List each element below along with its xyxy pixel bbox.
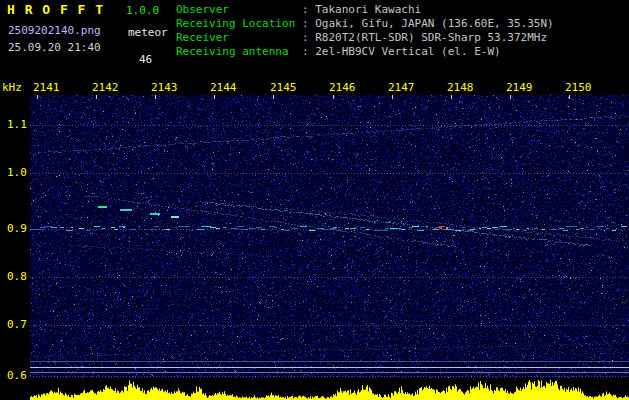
- info-value-antenna: : 2el-HB9CV Vertical (el. E-W): [302, 45, 501, 58]
- app-version: 1.0.0: [126, 4, 159, 17]
- time-label-2147: 2147: [388, 81, 415, 94]
- mode-label: meteor: [128, 26, 168, 39]
- info-row-location: Receiving Location: Ogaki, Gifu, JAPAN (…: [176, 17, 554, 31]
- info-label-antenna: Receiving antenna: [176, 45, 302, 59]
- freq-label-1-1: 1.1: [7, 118, 27, 131]
- time-label-2144: 2144: [210, 81, 237, 94]
- spectrogram-canvas: [30, 95, 629, 378]
- app-title: H R O F F T: [7, 2, 104, 17]
- time-label-2149: 2149: [506, 81, 533, 94]
- output-filename: 2509202140.png: [8, 24, 101, 37]
- time-label-2145: 2145: [270, 81, 297, 94]
- info-value-location: : Ogaki, Gifu, JAPAN (136.60E, 35.35N): [302, 17, 554, 30]
- freq-label-0-8: 0.8: [7, 270, 27, 283]
- datetime-label: 25.09.20 21:40: [8, 41, 101, 54]
- freq-label-0-7: 0.7: [7, 318, 27, 331]
- count-value: 46: [139, 53, 152, 66]
- info-value-observer: : Takanori Kawachi: [302, 3, 421, 16]
- freq-unit-label: kHz: [2, 81, 22, 94]
- info-label-observer: Observer: [176, 3, 302, 17]
- time-label-2150: 2150: [565, 81, 592, 94]
- info-label-receiver: Receiver: [176, 31, 302, 45]
- info-row-receiver: Receiver: R820T2(RTL-SDR) SDR-Sharp 53.3…: [176, 31, 554, 45]
- info-row-observer: Observer: Takanori Kawachi: [176, 3, 554, 17]
- time-label-2148: 2148: [447, 81, 474, 94]
- freq-label-0-6: 0.6: [7, 369, 27, 382]
- freq-label-1-0: 1.0: [7, 166, 27, 179]
- time-label-2142: 2142: [92, 81, 119, 94]
- time-label-2146: 2146: [329, 81, 356, 94]
- time-label-2141: 2141: [33, 81, 60, 94]
- freq-label-0-9: 0.9: [7, 222, 27, 235]
- hrofft-window: H R O F F T 1.0.0 2509202140.png meteor …: [0, 0, 629, 400]
- time-label-2143: 2143: [151, 81, 178, 94]
- observer-info: Observer: Takanori Kawachi Receiving Loc…: [176, 3, 554, 59]
- info-label-location: Receiving Location: [176, 17, 302, 31]
- amplitude-canvas: [30, 378, 629, 400]
- info-row-antenna: Receiving antenna: 2el-HB9CV Vertical (e…: [176, 45, 554, 59]
- info-value-receiver: : R820T2(RTL-SDR) SDR-Sharp 53.372MHz: [302, 31, 547, 44]
